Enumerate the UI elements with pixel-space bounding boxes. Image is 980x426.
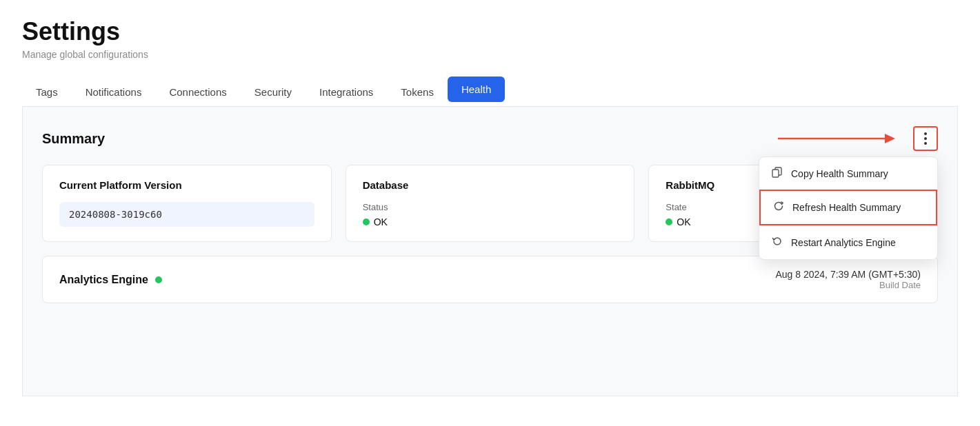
refresh-health-label: Refresh Health Summary xyxy=(792,202,901,213)
refresh-icon xyxy=(773,201,784,214)
svg-marker-1 xyxy=(885,134,895,143)
analytics-engine-right: Aug 8 2024, 7:39 AM (GMT+5:30) Build Dat… xyxy=(775,269,921,290)
analytics-engine-dot xyxy=(155,276,162,283)
tab-health[interactable]: Health xyxy=(448,77,505,102)
dot2 xyxy=(924,137,927,140)
platform-version-card: Current Platform Version 20240808-3019c6… xyxy=(42,165,332,242)
analytics-engine-date: Aug 8 2024, 7:39 AM (GMT+5:30) xyxy=(775,269,921,280)
restart-analytics-engine-button[interactable]: Restart Analytics Engine xyxy=(759,226,937,259)
build-date-label: Build Date xyxy=(775,280,921,290)
tab-security[interactable]: Security xyxy=(241,79,306,105)
page-title: Settings xyxy=(22,17,958,46)
summary-title: Summary xyxy=(42,131,105,147)
dot1 xyxy=(924,132,927,135)
database-status-ok: OK xyxy=(363,216,618,227)
restart-icon xyxy=(772,236,783,250)
platform-version-value: 20240808-3019c60 xyxy=(59,202,314,227)
copy-icon xyxy=(772,167,783,180)
restart-analytics-label: Restart Analytics Engine xyxy=(791,237,896,248)
database-card: Database Status OK xyxy=(346,165,635,242)
page-subtitle: Manage global configurations xyxy=(22,49,958,60)
analytics-engine-left: Analytics Engine xyxy=(59,274,162,286)
database-status-dot xyxy=(363,219,370,225)
database-title: Database xyxy=(363,179,618,191)
menu-wrapper: Copy Health Summary Refresh Health Summa… xyxy=(778,126,938,151)
rabbitmq-status-value: OK xyxy=(677,216,690,227)
copy-health-summary-button[interactable]: Copy Health Summary xyxy=(759,157,937,190)
tab-notifications[interactable]: Notifications xyxy=(72,79,156,105)
tab-connections[interactable]: Connections xyxy=(155,79,240,105)
summary-header: Summary xyxy=(42,126,938,151)
platform-version-title: Current Platform Version xyxy=(59,179,314,191)
more-options-button[interactable] xyxy=(913,126,938,151)
arrow-indicator xyxy=(778,130,902,147)
svg-rect-3 xyxy=(772,170,779,177)
dot3 xyxy=(924,142,927,145)
analytics-engine-row: Analytics Engine Aug 8 2024, 7:39 AM (GM… xyxy=(42,256,938,303)
tabs-bar: Tags Notifications Connections Security … xyxy=(22,77,958,107)
copy-health-label: Copy Health Summary xyxy=(791,168,888,179)
tab-tags[interactable]: Tags xyxy=(22,79,72,105)
rabbitmq-status-dot xyxy=(666,219,672,225)
tab-integrations[interactable]: Integrations xyxy=(306,79,387,105)
tab-tokens[interactable]: Tokens xyxy=(387,79,448,105)
health-content: Summary xyxy=(22,107,958,396)
refresh-health-summary-button[interactable]: Refresh Health Summary xyxy=(759,190,937,225)
database-status-value: OK xyxy=(374,216,388,227)
analytics-engine-label: Analytics Engine xyxy=(59,274,148,286)
dropdown-menu: Copy Health Summary Refresh Health Summa… xyxy=(759,156,938,260)
database-status-label: Status xyxy=(363,202,618,212)
